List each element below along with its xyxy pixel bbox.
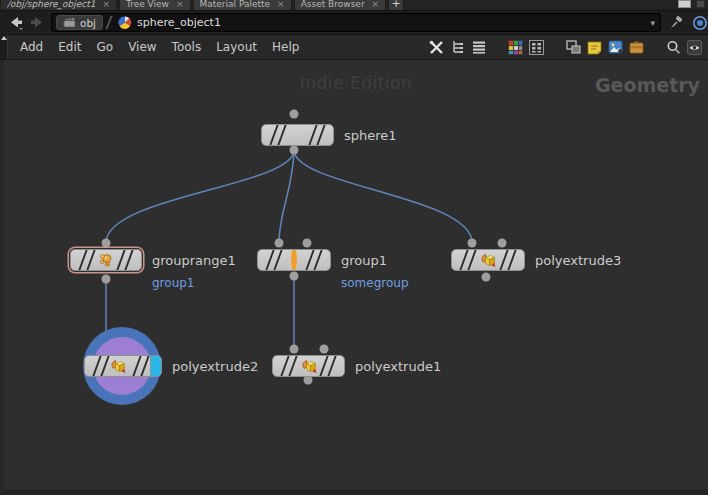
menu-add[interactable]: Add — [20, 40, 43, 54]
tab-label: Asset Browser — [301, 0, 365, 9]
input-connector — [468, 239, 477, 248]
polyextrude-node-icon — [480, 253, 497, 268]
node-grouprange1[interactable]: grouprange1 group1 — [70, 249, 142, 271]
list-view-icon[interactable] — [471, 40, 486, 55]
display-flag[interactable] — [150, 356, 161, 376]
menu-layout[interactable]: Layout — [216, 40, 257, 54]
tab-material-palette[interactable]: Material Palette × — [193, 0, 292, 10]
node-group-tag: somegroup — [341, 276, 409, 290]
node-label: sphere1 — [344, 128, 397, 143]
menu-tools[interactable]: Tools — [172, 40, 202, 54]
node-group1[interactable]: group1 somegroup — [257, 249, 331, 271]
menu-help[interactable]: Help — [272, 40, 299, 54]
menu-go[interactable]: Go — [96, 40, 113, 54]
node-polyextrude1[interactable]: polyextrude1 — [272, 355, 345, 377]
menu-bar: Add Edit Go View Tools Layout Help — [0, 35, 708, 60]
tab-network-editor[interactable]: /obj/sphere_object1 × — [0, 0, 117, 10]
obj-network-icon — [63, 17, 76, 28]
breadcrumb-root[interactable]: obj — [56, 15, 103, 30]
path-field[interactable]: obj sphere_object1 ▾ — [51, 13, 661, 32]
back-arrow-icon[interactable] — [8, 16, 24, 30]
radar-icon[interactable] — [692, 15, 708, 31]
output-connector — [482, 273, 491, 282]
network-editor-canvas[interactable]: Indie Edition Geometry — [0, 60, 708, 495]
node-label: group1 — [341, 253, 387, 268]
output-connector — [102, 275, 111, 284]
wire-sphere1-grouprange1 — [106, 150, 294, 242]
node-polyextrude2[interactable]: polyextrude2 — [84, 355, 162, 377]
tab-tree-view[interactable]: Tree View × — [119, 0, 191, 10]
gallery-box-icon[interactable] — [629, 40, 644, 55]
close-icon[interactable]: × — [102, 0, 110, 9]
menu-edit[interactable]: Edit — [58, 40, 81, 54]
input-connector — [303, 239, 312, 248]
tab-label: Material Palette — [200, 0, 271, 9]
breadcrumb-current[interactable]: sphere_object1 — [118, 16, 221, 29]
wire-sphere1-group1 — [279, 150, 294, 242]
close-icon[interactable]: × — [277, 0, 285, 9]
geometry-object-icon — [118, 16, 132, 29]
breadcrumb-root-label: obj — [80, 17, 96, 29]
sticky-note-icon[interactable] — [587, 40, 602, 55]
new-tab-button[interactable]: + — [388, 0, 404, 10]
polyextrude-node-icon — [300, 359, 317, 374]
input-connector — [275, 239, 284, 248]
breadcrumb-separator — [106, 16, 113, 29]
output-connector — [290, 146, 299, 155]
input-connector — [498, 239, 507, 248]
input-connector — [290, 110, 299, 119]
polyextrude-node-icon — [110, 359, 127, 374]
tab-label: Tree View — [126, 0, 169, 9]
breadcrumb-current-label: sphere_object1 — [137, 16, 221, 29]
input-connector — [290, 345, 299, 354]
path-bar: obj sphere_object1 ▾ — [0, 11, 708, 35]
tools-icon[interactable] — [429, 40, 444, 55]
pane-expand-handle[interactable] — [0, 35, 8, 59]
grid-layout-icon[interactable] — [529, 40, 544, 55]
pane-bottom-edge — [4, 489, 708, 495]
input-connector — [102, 239, 111, 248]
houdini-window: /obj/sphere_object1 × Tree View × Materi… — [0, 0, 708, 495]
menu-view[interactable]: View — [128, 40, 156, 54]
pane-menu-icon[interactable] — [696, 0, 705, 8]
forward-arrow-icon[interactable] — [30, 16, 45, 29]
overview-eye-icon[interactable] — [687, 40, 702, 55]
pane-tab-bar: /obj/sphere_object1 × Tree View × Materi… — [0, 0, 708, 11]
node-polyextrude3[interactable]: polyextrude3 — [451, 249, 525, 271]
node-label: grouprange1 — [152, 253, 236, 268]
node-sphere1[interactable]: sphere1 — [261, 124, 334, 146]
input-connector — [320, 345, 329, 354]
pane-maximize-icon[interactable] — [678, 0, 691, 8]
color-palette-grid-icon[interactable] — [508, 40, 523, 55]
search-icon[interactable] — [666, 40, 681, 55]
close-icon[interactable]: × — [372, 0, 380, 9]
tab-label: /obj/sphere_object1 — [7, 0, 95, 9]
add-image-icon[interactable] — [608, 40, 623, 55]
tab-asset-browser[interactable]: Asset Browser × — [294, 0, 386, 10]
grouprange-node-icon — [98, 253, 114, 268]
node-group-tag: group1 — [152, 276, 195, 290]
pin-icon[interactable] — [669, 15, 684, 30]
tree-view-icon[interactable] — [450, 40, 465, 55]
chevron-down-icon[interactable]: ▾ — [650, 18, 655, 28]
node-label: polyextrude3 — [535, 253, 621, 268]
panes-icon[interactable] — [566, 40, 581, 55]
close-icon[interactable]: × — [176, 0, 184, 9]
output-connector — [290, 272, 299, 281]
node-label: polyextrude1 — [355, 359, 441, 374]
node-label: polyextrude2 — [172, 359, 258, 374]
wire-sphere1-polyextrude3 — [294, 150, 472, 242]
